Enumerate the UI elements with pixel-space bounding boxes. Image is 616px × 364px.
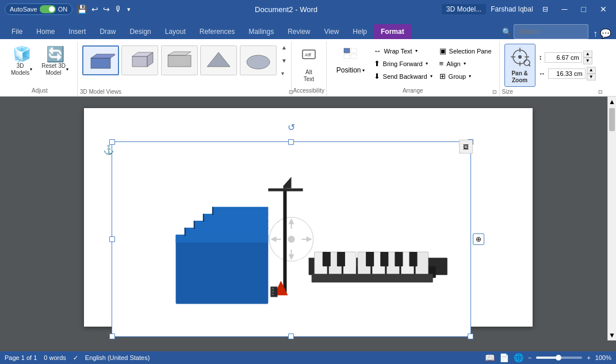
width-input[interactable]: [548, 68, 586, 79]
view-thumb-1[interactable]: [82, 45, 119, 75]
selection-pane-button[interactable]: ▣ Selection Pane: [437, 45, 495, 57]
alt-text-button[interactable]: Alt T AltText: [296, 44, 322, 86]
vertical-scrollbar[interactable]: ▲ ▼: [607, 97, 616, 340]
speak-icon[interactable]: 🎙: [114, 5, 123, 14]
tab-home[interactable]: Home: [29, 24, 62, 39]
handle-tc[interactable]: [288, 139, 294, 145]
reset-3d-label: Reset 3DModel: [41, 63, 66, 76]
status-bar-left: Page 1 of 1 0 words ✓ English (United St…: [5, 354, 150, 362]
zoom-in-btn[interactable]: +: [587, 354, 590, 361]
pan-zoom-button[interactable]: Pan &Zoom: [504, 44, 535, 87]
reset-3d-arrow: ▾: [66, 67, 68, 72]
ribbon-body: 🧊 3DModels ▾ 🔄 Reset 3DModel ▾ Adjust: [0, 39, 616, 97]
svg-rect-38: [194, 221, 268, 229]
tab-references[interactable]: References: [193, 24, 242, 39]
width-down-btn[interactable]: ▼: [587, 74, 596, 81]
save-icon[interactable]: 💾: [77, 5, 87, 14]
scroll-down-btn[interactable]: ▼: [608, 330, 616, 340]
view-thumb-3-svg: [165, 49, 194, 71]
handle-ml[interactable]: [109, 236, 115, 242]
bring-forward-button[interactable]: ⬆ Bring Forward ▾: [371, 58, 435, 70]
group-label: Group: [449, 73, 466, 80]
scroll-thumb[interactable]: [609, 108, 615, 131]
zoom-level[interactable]: 100%: [595, 354, 611, 361]
view-thumb-2[interactable]: [121, 45, 158, 75]
ribbon-collapse-btn[interactable]: ⊟: [538, 3, 553, 16]
tab-format[interactable]: Format: [374, 24, 411, 39]
height-down-btn[interactable]: ▼: [583, 58, 592, 64]
search-input[interactable]: [514, 24, 588, 39]
read-mode-icon[interactable]: 📖: [485, 353, 495, 362]
autosave-label: AutoSave: [10, 6, 37, 13]
arrange-expand-icon[interactable]: ⊡: [492, 89, 497, 95]
close-btn[interactable]: ✕: [595, 2, 611, 16]
width-spinners: ▲ ▼: [587, 67, 596, 81]
handle-br[interactable]: [468, 334, 473, 339]
tab-file[interactable]: File: [5, 24, 29, 39]
gallery-scroll-up[interactable]: ▲: [280, 44, 289, 51]
gallery-scroll-down[interactable]: ▼: [280, 57, 289, 64]
zoom-out-btn[interactable]: −: [528, 354, 531, 361]
tab-layout[interactable]: Layout: [158, 24, 193, 39]
alt-text-indicator: 🖼: [459, 140, 473, 154]
width-up-btn[interactable]: ▲: [587, 67, 596, 74]
gallery-scroll-more[interactable]: ▾: [280, 70, 289, 77]
arrange-group-label: Arrange: [327, 87, 499, 94]
wrap-text-button[interactable]: ↔ Wrap Text ▾: [371, 45, 435, 57]
position-button[interactable]: Position ▾: [331, 44, 370, 77]
3d-models-button[interactable]: 🧊 3DModels ▾: [7, 44, 36, 79]
svg-rect-60: [395, 252, 403, 266]
size-expand-icon[interactable]: ⊡: [598, 89, 603, 95]
tab-view[interactable]: View: [317, 24, 346, 39]
zoom-slider[interactable]: [536, 357, 582, 359]
tab-mailings[interactable]: Mailings: [242, 24, 281, 39]
tab-help[interactable]: Help: [346, 24, 374, 39]
adjust-group-content: 🧊 3DModels ▾ 🔄 Reset 3DModel ▾: [7, 44, 72, 89]
language[interactable]: English (United States): [85, 354, 150, 361]
comments-icon[interactable]: 💬: [600, 28, 611, 39]
position-label: Position: [336, 66, 361, 74]
handle-mr[interactable]: ⊕: [473, 233, 484, 245]
scroll-up-btn[interactable]: ▲: [608, 97, 616, 107]
minimize-btn[interactable]: ─: [557, 2, 572, 16]
alt-text-label: AltText: [304, 69, 314, 83]
tab-review[interactable]: Review: [281, 24, 317, 39]
undo-icon[interactable]: ↩: [91, 5, 98, 14]
handle-bc[interactable]: [288, 334, 294, 339]
view-thumb-3[interactable]: [161, 45, 198, 75]
height-input[interactable]: [545, 52, 582, 63]
height-up-btn[interactable]: ▲: [583, 51, 592, 58]
account-icons: ↑ 💬: [593, 28, 611, 39]
tab-design[interactable]: Design: [123, 24, 158, 39]
rotate-handle[interactable]: ↺: [285, 121, 297, 133]
bring-forward-arrow: ▾: [426, 61, 428, 66]
align-arrow: ▾: [464, 61, 466, 66]
3d-model-container[interactable]: ⊕ ⚓ ↺ 🖼: [112, 141, 471, 337]
svg-point-21: [518, 55, 522, 59]
bring-forward-icon: ⬆: [374, 59, 380, 68]
autosave-toggle-switch[interactable]: [40, 5, 56, 13]
alt-text-icon: Alt T: [300, 47, 317, 68]
document-title: Document2 - Word: [255, 5, 317, 14]
tab-draw[interactable]: Draw: [93, 24, 123, 39]
arrange-content: Position ▾ ↔ Wrap Text ▾ ⬆ Bring Forward: [331, 44, 495, 91]
send-backward-button[interactable]: ⬇ Send Backward ▾: [371, 70, 435, 82]
group-button[interactable]: ⊞ Group ▾: [437, 70, 495, 82]
redo-icon[interactable]: ↪: [103, 5, 110, 14]
autosave-toggle[interactable]: AutoSave ON: [5, 3, 72, 15]
svg-rect-36: [175, 235, 268, 243]
web-layout-icon[interactable]: 🌐: [514, 353, 523, 362]
view-thumb-5[interactable]: [240, 45, 277, 75]
share-icon[interactable]: ↑: [593, 29, 598, 39]
proofing-icon[interactable]: ✓: [73, 354, 78, 362]
customize-icon[interactable]: ▾: [127, 6, 131, 13]
restore-btn[interactable]: □: [577, 2, 591, 16]
reset-3d-button[interactable]: 🔄 Reset 3DModel ▾: [37, 44, 72, 79]
print-layout-icon[interactable]: 📄: [499, 353, 509, 362]
align-button[interactable]: ≡ Align ▾: [437, 58, 495, 70]
handle-bl[interactable]: [109, 334, 115, 339]
view-thumb-4[interactable]: [200, 45, 237, 75]
svg-rect-50: [343, 252, 355, 275]
adjust-group-label: Adjust: [2, 87, 77, 94]
tab-insert[interactable]: Insert: [62, 24, 93, 39]
